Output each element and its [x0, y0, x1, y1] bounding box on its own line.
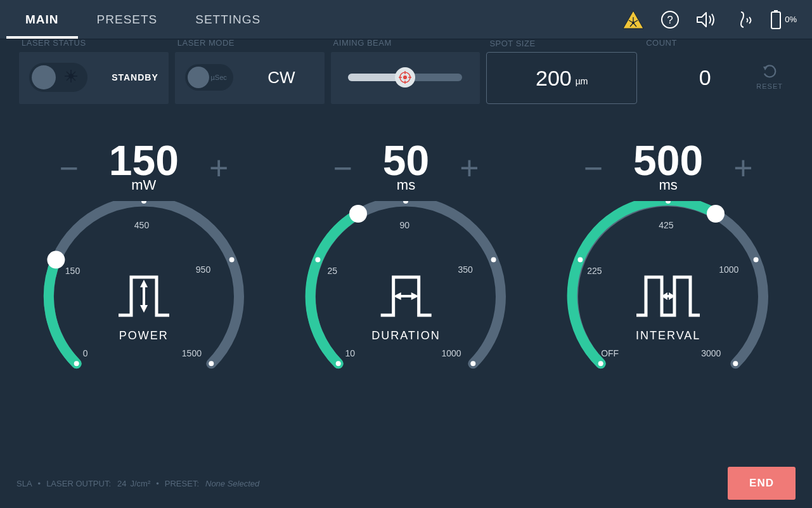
laser-mode-toggle[interactable]: µSec — [185, 64, 233, 91]
tabs-bar: MAIN PRESETS SETTINGS ? — [0, 0, 812, 39]
power-value: 150 — [109, 142, 179, 179]
battery-pct: 0% — [785, 15, 797, 24]
tab-main[interactable]: MAIN — [6, 0, 78, 39]
svg-point-47 — [578, 257, 583, 263]
svg-marker-9 — [697, 13, 706, 27]
duration-gauge[interactable]: 10 25 90 350 1000 DURATION — [298, 201, 513, 391]
power-icon: POWER — [112, 264, 176, 342]
duration-minus-button[interactable]: − — [326, 152, 358, 185]
duration-plus-button[interactable]: + — [453, 152, 485, 185]
interval-plus-button[interactable]: + — [727, 152, 759, 185]
svg-point-49 — [754, 257, 759, 263]
laser-status-toggle[interactable] — [29, 63, 87, 92]
svg-point-50 — [733, 361, 738, 367]
aiming-beam-slider[interactable] — [348, 74, 462, 81]
interval-dial: − 500 ms + OFF 225 425 1000 3000 — [541, 142, 795, 391]
dials-row: − 150 mW + 0 150 — [0, 104, 812, 391]
help-icon[interactable]: ? — [661, 10, 680, 29]
interval-label: INTERVAL — [633, 329, 703, 342]
footer-output-label: LASER OUTPUT: — [46, 479, 111, 488]
spot-size-value: 200 — [536, 66, 572, 91]
voice-icon[interactable] — [734, 10, 754, 30]
footer-preset-value: None Selected — [205, 479, 259, 488]
laser-status-card: LASER STATUS STANDBY — [19, 52, 169, 104]
power-gauge[interactable]: 0 150 450 950 1500 POWER — [36, 201, 252, 391]
battery-icon — [771, 10, 781, 29]
svg-marker-36 — [140, 305, 148, 313]
svg-point-33 — [47, 251, 65, 269]
interval-minus-button[interactable]: − — [577, 152, 609, 185]
footer-bar: SLA • LASER OUTPUT: 24 J/cm² • PRESET: N… — [0, 459, 812, 508]
footer-output-value: 24 — [117, 479, 126, 488]
interval-gauge[interactable]: OFF 225 425 1000 3000 INTERVAL — [560, 201, 776, 391]
count-value: 0 — [654, 65, 756, 90]
laser-status-value: STANDBY — [112, 72, 158, 82]
svg-point-31 — [229, 257, 234, 263]
spot-size-card[interactable]: SPOT SIZE 200 µm — [486, 52, 637, 104]
tab-presets[interactable]: PRESETS — [78, 0, 177, 39]
aiming-beam-knob[interactable] — [395, 67, 415, 88]
battery-status: 0% — [771, 10, 797, 29]
svg-point-40 — [491, 257, 496, 263]
power-minus-button[interactable]: − — [53, 152, 84, 185]
svg-point-38 — [316, 257, 321, 263]
svg-point-28 — [74, 361, 79, 367]
interval-value: 500 — [633, 142, 703, 179]
svg-marker-27 — [763, 67, 768, 70]
interval-icon: INTERVAL — [633, 264, 703, 342]
duration-icon: DURATION — [371, 264, 441, 342]
count-card: COUNT 0 RESET — [643, 52, 793, 104]
duration-dial: − 50 ms + 10 25 90 350 1000 — [279, 142, 532, 391]
tab-settings[interactable]: SETTINGS — [176, 0, 280, 39]
laser-mode-card: LASER MODE µSec CW — [175, 52, 325, 104]
sound-icon[interactable] — [696, 10, 718, 29]
svg-marker-35 — [140, 280, 148, 287]
duration-label: DURATION — [371, 329, 441, 342]
laser-burst-icon — [63, 68, 79, 86]
reset-button[interactable]: RESET — [756, 65, 783, 90]
power-label: POWER — [112, 329, 176, 342]
svg-rect-11 — [771, 12, 780, 29]
status-icons: ? 0% — [622, 10, 812, 30]
duration-value: 50 — [383, 142, 429, 179]
count-label: COUNT — [646, 38, 677, 48]
laser-mode-value: CW — [267, 68, 295, 88]
power-plus-button[interactable]: + — [203, 152, 235, 185]
power-dial: − 150 mW + 0 150 — [17, 142, 271, 391]
reset-icon — [762, 65, 777, 80]
end-button[interactable]: END — [728, 467, 796, 500]
aiming-beam-card: AIMING BEAM — [331, 52, 480, 104]
svg-point-32 — [209, 361, 214, 367]
svg-point-42 — [349, 205, 367, 223]
spot-size-label: SPOT SIZE — [489, 39, 535, 48]
top-controls-row: LASER STATUS STANDBY — [0, 39, 812, 104]
svg-text:?: ? — [667, 14, 673, 26]
aiming-beam-label: AIMING BEAM — [333, 38, 392, 48]
svg-point-41 — [471, 361, 476, 367]
laser-mode-label: LASER MODE — [177, 38, 235, 48]
footer-sla: SLA — [16, 479, 32, 488]
laser-warning-icon — [622, 10, 644, 29]
footer-output-unit: J/cm² — [130, 479, 150, 488]
svg-point-51 — [707, 205, 725, 223]
laser-status-label: LASER STATUS — [22, 38, 86, 48]
footer-preset-label: PRESET: — [165, 479, 199, 488]
svg-point-46 — [598, 361, 603, 367]
svg-point-37 — [336, 361, 341, 367]
svg-point-22 — [403, 75, 407, 79]
spot-size-unit: µm — [576, 76, 588, 86]
